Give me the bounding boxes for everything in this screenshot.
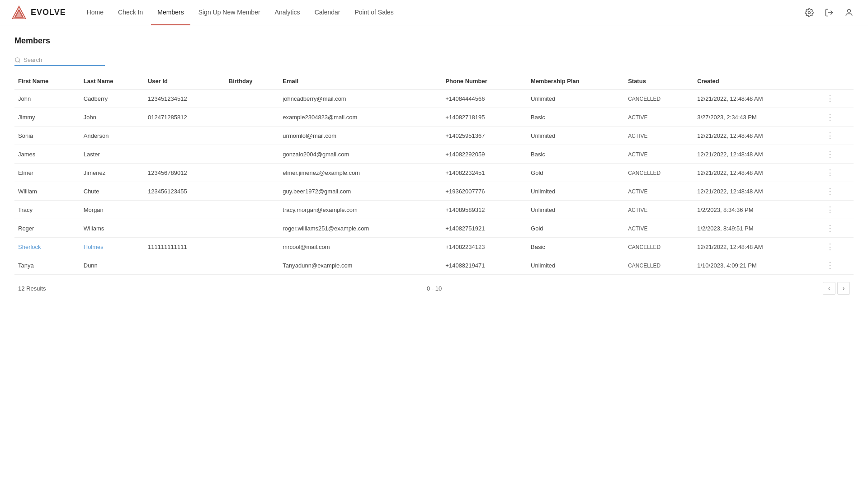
cell-last-name: Morgan [80, 201, 144, 219]
cell-status: ACTIVE [624, 219, 693, 238]
cell-more: ⋮ [821, 89, 854, 108]
cell-first-name: James [14, 145, 80, 164]
logout-icon [825, 8, 834, 17]
cell-status: CANCELLED [624, 89, 693, 108]
nav-check-in[interactable]: Check In [112, 0, 149, 25]
cell-last-name: Laster [80, 145, 144, 164]
svg-line-7 [19, 61, 20, 62]
table-row: Tanya Dunn Tanyadunn@example.com +140882… [14, 256, 854, 275]
col-user-id: User Id [144, 73, 225, 89]
next-page-button[interactable]: › [837, 282, 850, 295]
cell-user-id: 123456123455 [144, 182, 225, 201]
col-actions [821, 73, 854, 89]
col-first-name: First Name [14, 73, 80, 89]
cell-status: CANCELLED [624, 256, 693, 275]
row-more-button[interactable]: ⋮ [824, 149, 836, 159]
col-phone: Phone Number [442, 73, 527, 89]
cell-email: gonzalo2004@gmail.com [279, 145, 442, 164]
row-more-button[interactable]: ⋮ [824, 242, 836, 252]
cell-more: ⋮ [821, 127, 854, 145]
table-row: Roger Willams roger.williams251@example.… [14, 219, 854, 238]
row-more-button[interactable]: ⋮ [824, 205, 836, 215]
cell-first-name: Sonia [14, 127, 80, 145]
row-more-button[interactable]: ⋮ [824, 223, 836, 233]
cell-plan: Gold [527, 164, 624, 182]
cell-status: ACTIVE [624, 127, 693, 145]
search-input[interactable] [24, 56, 105, 63]
nav-home[interactable]: Home [80, 0, 110, 25]
cell-phone: +14084444566 [442, 89, 527, 108]
table-row: James Laster gonzalo2004@gmail.com +1408… [14, 145, 854, 164]
cell-birthday [225, 201, 279, 219]
cell-birthday [225, 89, 279, 108]
cell-email: guy.beer1972@gmail.com [279, 182, 442, 201]
cell-status: ACTIVE [624, 145, 693, 164]
row-more-button[interactable]: ⋮ [824, 131, 836, 141]
nav-pos[interactable]: Point of Sales [348, 0, 400, 25]
table-row: John Cadberry 123451234512 johncadberry@… [14, 89, 854, 108]
table-row: Sonia Anderson urmomlol@mail.com +140259… [14, 127, 854, 145]
row-more-button[interactable]: ⋮ [824, 94, 836, 103]
cell-phone: +14082292059 [442, 145, 527, 164]
cell-phone: +19362007776 [442, 182, 527, 201]
cell-email: Tanyadunn@example.com [279, 256, 442, 275]
cell-more: ⋮ [821, 164, 854, 182]
user-icon [844, 8, 854, 17]
cell-last-name: Willams [80, 219, 144, 238]
cell-created: 1/2/2023, 8:49:51 PM [693, 219, 821, 238]
cell-last-name: Jimenez [80, 164, 144, 182]
col-last-name: Last Name [80, 73, 144, 89]
cell-birthday [225, 108, 279, 127]
col-plan: Membership Plan [527, 73, 624, 89]
cell-user-id: 123451234512 [144, 89, 225, 108]
cell-plan: Basic [527, 145, 624, 164]
profile-button[interactable] [841, 5, 857, 21]
cell-email: mrcool@mail.com [279, 238, 442, 256]
table-header-row: First Name Last Name User Id Birthday Em… [14, 73, 854, 89]
row-more-button[interactable]: ⋮ [824, 168, 836, 178]
cell-more: ⋮ [821, 108, 854, 127]
nav-members[interactable]: Members [151, 0, 190, 25]
cell-phone: +14089589312 [442, 201, 527, 219]
nav-analytics[interactable]: Analytics [269, 0, 307, 25]
cell-first-name: Tracy [14, 201, 80, 219]
logout-button[interactable] [821, 5, 837, 21]
cell-created: 12/21/2022, 12:48:48 AM [693, 127, 821, 145]
cell-phone: +14082232451 [442, 164, 527, 182]
cell-plan: Basic [527, 238, 624, 256]
settings-button[interactable] [801, 5, 817, 21]
cell-first-name: William [14, 182, 80, 201]
cell-plan: Basic [527, 108, 624, 127]
cell-user-id [144, 201, 225, 219]
cell-last-name: Cadberry [80, 89, 144, 108]
members-table: First Name Last Name User Id Birthday Em… [14, 73, 854, 275]
row-more-button[interactable]: ⋮ [824, 260, 836, 270]
cell-user-id [144, 127, 225, 145]
cell-email: urmomlol@mail.com [279, 127, 442, 145]
col-status: Status [624, 73, 693, 89]
cell-user-id [144, 256, 225, 275]
cell-birthday [225, 182, 279, 201]
prev-page-button[interactable]: ‹ [823, 282, 835, 295]
logo-icon [11, 5, 27, 21]
nav-action-icons [801, 5, 857, 21]
cell-created: 12/21/2022, 12:48:48 AM [693, 238, 821, 256]
cell-last-name: John [80, 108, 144, 127]
cell-created: 12/21/2022, 12:48:48 AM [693, 89, 821, 108]
svg-point-6 [15, 57, 19, 61]
cell-user-id [144, 145, 225, 164]
search-icon [14, 57, 21, 63]
cell-created: 1/10/2023, 4:09:21 PM [693, 256, 821, 275]
cell-email: example2304823@mail.com [279, 108, 442, 127]
cell-first-name: Sherlock [14, 238, 80, 256]
nav-sign-up[interactable]: Sign Up New Member [192, 0, 267, 25]
row-more-button[interactable]: ⋮ [824, 112, 836, 122]
cell-last-name: Holmes [80, 238, 144, 256]
row-more-button[interactable]: ⋮ [824, 186, 836, 196]
search-wrapper [14, 56, 105, 66]
cell-more: ⋮ [821, 238, 854, 256]
cell-birthday [225, 127, 279, 145]
table-row: William Chute 123456123455 guy.beer1972@… [14, 182, 854, 201]
nav-calendar[interactable]: Calendar [308, 0, 347, 25]
cell-first-name: Elmer [14, 164, 80, 182]
